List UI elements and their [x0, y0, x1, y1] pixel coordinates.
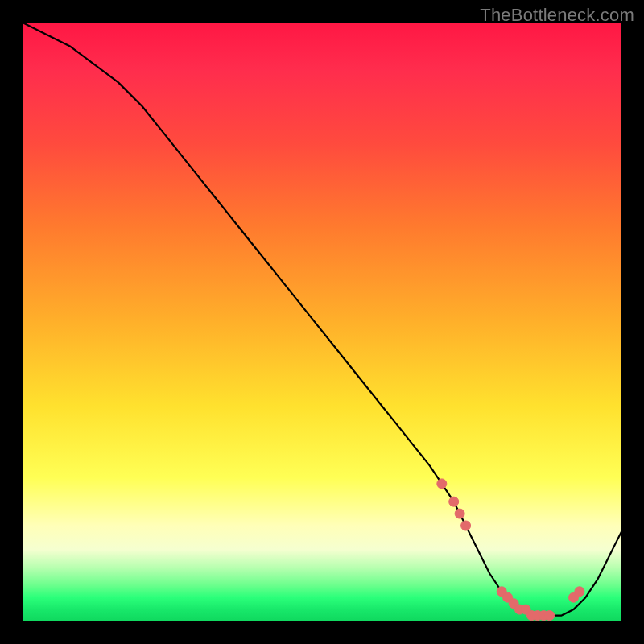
bottleneck-curve	[23, 23, 621, 616]
chart-frame: TheBottleneck.com	[0, 0, 644, 644]
marker-dot	[437, 479, 447, 489]
marker-dot	[449, 497, 459, 506]
curve-svg	[23, 23, 621, 621]
marker-dot-group	[437, 479, 584, 621]
plot-area	[23, 23, 621, 621]
marker-dot	[455, 509, 464, 518]
marker-dot	[575, 587, 584, 597]
marker-dot	[461, 521, 471, 530]
marker-dot	[545, 611, 555, 621]
